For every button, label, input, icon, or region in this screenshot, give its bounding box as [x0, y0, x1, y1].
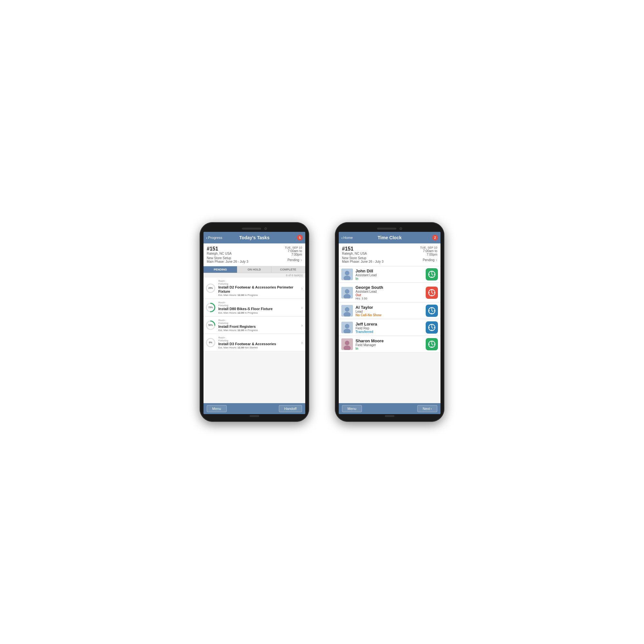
- phone-2-bottom: [339, 414, 440, 418]
- job-time-3: 7:00am to: [420, 249, 437, 253]
- avatar-jeff: [341, 322, 353, 333]
- avatar-al: [341, 305, 353, 317]
- worker-status-sharon: In: [355, 347, 426, 350]
- worker-status-george: Out: [355, 293, 426, 297]
- task-chevron-2: ›: [301, 305, 303, 310]
- svg-point-52: [345, 341, 349, 345]
- svg-point-40: [434, 310, 435, 311]
- job-location-2: Raleigh, NC USA: [342, 252, 367, 255]
- home-button-1: [250, 415, 259, 417]
- task-item[interactable]: 0% Root> Fixturing Install D3 Footwear &…: [204, 334, 305, 351]
- task-cat-4: Root>: [218, 336, 301, 339]
- svg-point-42: [345, 324, 349, 328]
- worker-role-john: Assistant Lead: [355, 273, 426, 277]
- bottom-bar-2: Menu Next ›: [339, 403, 440, 414]
- back-button-1[interactable]: ‹ Progress: [206, 235, 222, 240]
- task-content-2: Root> Fixturing Install D80 Bikes-S Floo…: [218, 301, 301, 314]
- job-desc-1: New Store Setup: [207, 256, 248, 260]
- svg-line-36: [432, 311, 433, 312]
- svg-point-47: [431, 325, 432, 326]
- job-chevron-1: ›: [300, 257, 302, 262]
- svg-point-50: [434, 327, 435, 328]
- worker-info-george: George South Assistant Lead Out Hrs: 3.5…: [355, 285, 426, 300]
- phone-2-screen: ‹ Home Time Clock 2 #151 Raleigh, NC USA…: [339, 232, 440, 414]
- job-desc-2: New Store Setup: [342, 256, 384, 260]
- svg-line-46: [432, 327, 433, 328]
- job-date-1: TUE, SEP 10: [285, 246, 302, 249]
- worker-status-jeff: Transferred: [355, 330, 426, 334]
- clock-icon-john: [428, 270, 436, 278]
- menu-button-2[interactable]: Menu: [342, 405, 362, 412]
- task-item[interactable]: 25% Root> Fixturing Install D2 Footwear …: [204, 278, 305, 299]
- svg-point-18: [431, 277, 432, 278]
- svg-point-39: [429, 310, 430, 311]
- svg-point-19: [429, 274, 430, 275]
- tab-complete[interactable]: COMPLETE: [271, 266, 305, 273]
- phone-1-screen: ‹ Progress Today's Tasks 5 #151 Raleigh,…: [204, 232, 305, 414]
- task-chevron-4: ›: [301, 340, 303, 345]
- worker-item-al[interactable]: Al Taylor Lead No Call-No Show: [339, 303, 440, 319]
- clock-btn-john[interactable]: [426, 268, 438, 280]
- back-label-2: Home: [343, 236, 353, 240]
- worker-item-jeff[interactable]: Jeff Lorera Field Rep Transferred: [339, 319, 440, 336]
- speaker-grille: [242, 228, 261, 230]
- task-meta-4: Est. Man Hours: 12.00 Not Started: [218, 346, 301, 349]
- task-list: 25% Root> Fixturing Install D2 Footwear …: [204, 278, 305, 403]
- nav-badge-1: 5: [297, 235, 303, 241]
- tab-onhold[interactable]: ON HOLD: [237, 266, 271, 273]
- phone-2-top-bar: [339, 226, 440, 232]
- svg-point-38: [431, 313, 432, 314]
- back-button-2[interactable]: ‹ Home: [341, 235, 353, 240]
- clock-btn-jeff[interactable]: [426, 321, 438, 334]
- tab-pending[interactable]: PENDING: [204, 266, 237, 273]
- clock-icon-george: [428, 289, 436, 297]
- clock-btn-george[interactable]: [426, 287, 438, 299]
- worker-role-george: Assistant Lead: [355, 290, 426, 293]
- worker-hrs-george: Hrs: 3.50: [355, 297, 426, 300]
- worker-item-sharon[interactable]: Sharon Moore Field Manager In: [339, 336, 440, 353]
- nav-badge-2: 2: [432, 235, 438, 241]
- menu-button-1[interactable]: Menu: [207, 405, 227, 412]
- worker-info-al: Al Taylor Lead No Call-No Show: [355, 305, 426, 317]
- worker-status-john: In: [355, 277, 426, 280]
- worker-name-al: Al Taylor: [355, 305, 426, 310]
- handoff-button[interactable]: Handoff: [279, 405, 302, 412]
- svg-point-27: [431, 289, 432, 290]
- task-item[interactable]: 75% Root> Fixturing Install D80 Bikes-S …: [204, 299, 305, 316]
- avatar-jeff-img: [341, 322, 353, 333]
- job-date-2: TUE, SEP 10: [420, 246, 437, 249]
- progress-circle-75: 75%: [205, 302, 216, 313]
- task-subcat-4: Fixturing: [218, 339, 301, 342]
- job-number-2: #151: [342, 246, 367, 252]
- task-chevron-3: ›: [301, 323, 303, 328]
- progress-circle-25: 25%: [205, 283, 216, 293]
- svg-point-48: [431, 330, 432, 331]
- svg-line-26: [432, 293, 433, 294]
- task-content-1: Root> Fixturing Install D2 Footwear & Ac…: [218, 279, 301, 297]
- next-chevron: ›: [431, 407, 432, 411]
- phone-2: ‹ Home Time Clock 2 #151 Raleigh, NC USA…: [335, 222, 444, 422]
- svg-point-37: [431, 308, 432, 309]
- task-cat-1: Root>: [218, 279, 301, 282]
- task-meta-3: Est. Man Hours: 12.00 In Progress: [218, 329, 301, 332]
- job-location-1: Raleigh, NC USA: [207, 252, 232, 255]
- worker-item-john[interactable]: John Dill Assistant Lead In: [339, 266, 440, 283]
- worker-info-john: John Dill Assistant Lead In: [355, 269, 426, 280]
- clock-btn-al[interactable]: [426, 305, 438, 317]
- clock-btn-sharon[interactable]: [426, 338, 438, 350]
- svg-point-57: [431, 341, 432, 342]
- task-subcat-3: Fixturing: [218, 322, 301, 325]
- task-item[interactable]: 50% Root> Fixturing Install Front Regist…: [204, 317, 305, 334]
- svg-text:0%: 0%: [209, 341, 213, 344]
- job-time4: 7:00pm: [420, 253, 437, 256]
- home-button-2: [385, 415, 394, 417]
- back-chevron-1: ‹: [206, 235, 207, 240]
- task-name-3: Install Front Registers: [218, 325, 301, 329]
- next-button[interactable]: Next ›: [417, 405, 437, 412]
- task-chevron-1: ›: [301, 286, 303, 291]
- worker-item-george[interactable]: George South Assistant Lead Out Hrs: 3.5…: [339, 283, 440, 302]
- avatar-john: [341, 269, 353, 280]
- nav-bar-1: ‹ Progress Today's Tasks 5: [204, 232, 305, 243]
- task-name-4: Install D3 Footwear & Accessories: [218, 342, 301, 346]
- phone-1: ‹ Progress Today's Tasks 5 #151 Raleigh,…: [200, 222, 309, 422]
